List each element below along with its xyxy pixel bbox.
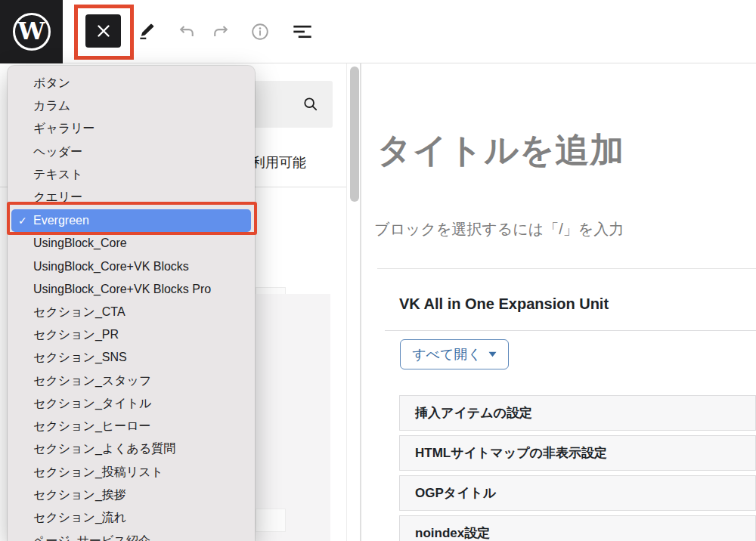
undo-icon [175,21,197,42]
scrollbar-track-edge [346,63,347,541]
dropdown-menu-item[interactable]: ✓ セクション_スタッフ [8,369,255,392]
highlight-box-evergreen-item [7,202,257,235]
metabox-section-header[interactable]: 挿入アイテムの設定 [399,395,756,431]
menu-item-label: UsingBlock_Core+VK Blocks [33,260,189,274]
panel-scrollbar-thumb[interactable] [350,66,359,202]
wordpress-logo[interactable]: W [0,0,63,63]
menu-item-label: セクション_CTA [33,305,125,320]
menu-item-label: セクション_SNS [33,350,127,366]
menu-item-label: UsingBlock_Core [33,236,127,250]
block-appender-field[interactable]: ブロックを選択するには「/」を入力 [374,219,624,240]
dropdown-menu-item[interactable]: ✓ セクション_タイトル [8,392,255,415]
undo-button[interactable] [175,21,197,42]
open-all-button[interactable]: すべて開く [400,339,509,369]
dropdown-menu-item[interactable]: ✓ セクション_SNS [8,347,255,369]
menu-item-label: セクション_タイトル [33,396,151,412]
metabox-section-label: OGPタイトル [415,484,496,502]
dropdown-menu-item[interactable]: ✓ ギャラリー [8,118,255,141]
editor-canvas: タイトルを追加 ブロックを選択するには「/」を入力 VK All in One … [363,63,756,541]
dropdown-menu-item[interactable]: ✓ UsingBlock_Core+VK Blocks Pro [8,278,255,301]
search-icon [301,94,321,117]
post-title-field[interactable]: タイトルを追加 [377,128,624,173]
metabox-section-label: HTMLサイトマップの非表示設定 [415,444,607,462]
metabox-section-header[interactable]: HTMLサイトマップの非表示設定 [399,435,756,471]
dropdown-menu-item[interactable]: ✓ セクション_挨拶 [8,484,255,506]
wordpress-w-icon: W [13,13,51,51]
dropdown-menu-item[interactable]: ✓ セクション_流れ [8,507,255,530]
menu-item-label: セクション_ヒーロー [33,419,151,434]
menu-item-label: ギャラリー [33,121,95,137]
menu-item-label: ボタン [33,76,70,91]
metabox-section-header[interactable]: noindex設定 [399,515,756,541]
menu-item-label: ヘッダー [33,144,82,160]
menu-item-label: ページ_サービス紹介 [33,533,150,541]
dropdown-menu-item[interactable]: ✓ テキスト [8,163,255,186]
pattern-thumbnail [256,509,286,532]
menu-item-label: セクション_PR [33,327,119,343]
menu-item-label: UsingBlock_Core+VK Blocks Pro [33,283,211,296]
dropdown-menu-item[interactable]: ✓ セクション_PR [8,323,255,346]
dropdown-menu-item[interactable]: ✓ ボタン [8,72,255,94]
metabox-divider [385,330,756,331]
edit-mode-button[interactable] [136,21,157,42]
dropdown-menu-item[interactable]: ✓ UsingBlock_Core+VK Blocks [8,255,255,277]
details-button[interactable] [249,21,271,42]
caret-down-icon [488,351,497,357]
metabox-top-border [377,268,756,269]
pencil-icon [136,21,157,42]
menu-item-label: テキスト [33,167,83,183]
menu-item-label: セクション_流れ [33,510,126,526]
dropdown-menu-item[interactable]: ✓ セクション_ヒーロー [8,415,255,437]
dropdown-menu-item[interactable]: ✓ セクション_よくある質問 [8,438,255,461]
close-icon [97,24,110,38]
list-view-button[interactable] [292,21,313,42]
metabox-section-header[interactable]: OGPタイトル [399,475,756,511]
menu-item-label: セクション_投稿リスト [33,465,163,481]
block-inserter-toggle-button[interactable] [85,14,121,48]
list-view-icon [292,21,313,42]
patterns-available-label: 利用可能 [252,153,306,172]
menu-item-label: セクション_挨拶 [33,487,126,503]
menu-item-label: セクション_よくある質問 [33,441,175,457]
menu-item-label: カラム [33,98,70,114]
open-all-label: すべて開く [412,345,482,363]
redo-icon [211,21,232,42]
metabox-section-label: 挿入アイテムの設定 [415,404,532,422]
dropdown-menu-item[interactable]: ✓ セクション_CTA [8,301,255,323]
dropdown-menu-item[interactable]: ✓ ヘッダー [8,141,255,163]
pattern-category-dropdown-menu: ✓ ボタン ✓ カラム ✓ ギャラリー ✓ ヘッダー ✓ テキスト ✓ クエリー… [8,66,255,541]
metabox-section-label: noindex設定 [415,524,490,541]
metabox-title: VK All in One Expansion Unit [399,295,609,313]
dropdown-menu-item[interactable]: ✓ UsingBlock_Core [8,232,255,255]
redo-button[interactable] [211,21,232,42]
pattern-preview-card[interactable] [256,294,330,541]
dropdown-menu-item[interactable]: ✓ ページ_サービス紹介 [8,530,255,541]
editor-toolbar: W [0,0,756,63]
metabox-section-list: 挿入アイテムの設定 HTMLサイトマップの非表示設定 OGPタイトル noind… [399,395,756,541]
dropdown-menu-item[interactable]: ✓ カラム [8,94,255,117]
info-icon [249,21,271,42]
menu-item-label: セクション_スタッフ [33,373,151,389]
dropdown-menu-item[interactable]: ✓ セクション_投稿リスト [8,461,255,484]
